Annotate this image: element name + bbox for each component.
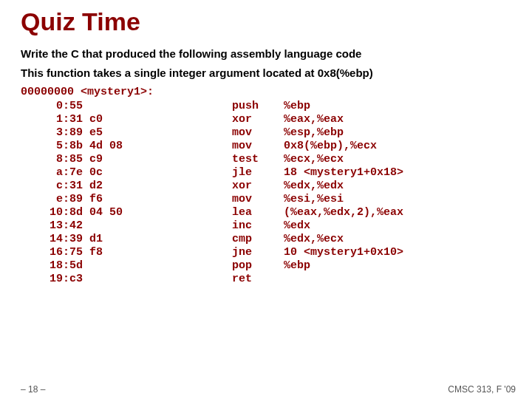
asm-mnemonic: push bbox=[232, 100, 284, 113]
asm-operands: %esi,%esi bbox=[284, 193, 403, 206]
asm-gap bbox=[151, 273, 232, 286]
asm-gap bbox=[151, 140, 232, 153]
asm-bytes: 89 f6 bbox=[69, 193, 151, 206]
asm-gap bbox=[151, 166, 232, 180]
asm-bytes: 8d 04 50 bbox=[69, 206, 151, 219]
asm-gap bbox=[151, 113, 232, 126]
asm-addr: e: bbox=[33, 193, 69, 206]
asm-operands: %esp,%ebp bbox=[284, 126, 403, 140]
asm-bytes: 89 e5 bbox=[69, 126, 151, 140]
asm-gap bbox=[151, 193, 232, 206]
asm-mnemonic: mov bbox=[232, 193, 284, 206]
asm-operands bbox=[284, 273, 403, 286]
asm-addr: 5: bbox=[33, 140, 69, 153]
asm-mnemonic: lea bbox=[232, 206, 284, 219]
asm-row: 1:31 c0xor%eax,%eax bbox=[33, 113, 403, 126]
asm-row: 8:85 c9test%ecx,%ecx bbox=[33, 153, 403, 166]
asm-mnemonic: jle bbox=[232, 166, 284, 180]
asm-addr: c: bbox=[33, 180, 69, 193]
intro-line-2: This function takes a single integer arg… bbox=[21, 66, 511, 81]
page-number: – 18 – bbox=[21, 384, 45, 395]
asm-mnemonic: jne bbox=[232, 246, 284, 259]
asm-addr: 19: bbox=[33, 273, 69, 286]
asm-operands: %ebp bbox=[284, 100, 403, 113]
asm-row: 5:8b 4d 08mov0x8(%ebp),%ecx bbox=[33, 140, 403, 153]
asm-addr: 16: bbox=[33, 246, 69, 259]
asm-mnemonic: pop bbox=[232, 259, 284, 273]
asm-addr: 10: bbox=[33, 206, 69, 219]
asm-gap bbox=[151, 259, 232, 273]
asm-bytes: 85 c9 bbox=[69, 153, 151, 166]
asm-bytes: c3 bbox=[69, 273, 151, 286]
asm-row: e:89 f6mov%esi,%esi bbox=[33, 193, 403, 206]
asm-row: 14:39 d1cmp%edx,%ecx bbox=[33, 233, 403, 246]
assembly-table: 0:55push%ebp1:31 c0xor%eax,%eax3:89 e5mo… bbox=[33, 100, 403, 286]
asm-row: 18:5dpop%ebp bbox=[33, 259, 403, 273]
asm-gap bbox=[151, 206, 232, 219]
asm-row: 3:89 e5mov%esp,%ebp bbox=[33, 126, 403, 140]
asm-mnemonic: mov bbox=[232, 126, 284, 140]
asm-mnemonic: cmp bbox=[232, 233, 284, 246]
asm-bytes: 7e 0c bbox=[69, 166, 151, 180]
asm-gap bbox=[151, 180, 232, 193]
asm-addr: 3: bbox=[33, 126, 69, 140]
asm-mnemonic: test bbox=[232, 153, 284, 166]
asm-operands: %edx,%ecx bbox=[284, 233, 403, 246]
asm-operands: %eax,%eax bbox=[284, 113, 403, 126]
asm-operands: %ecx,%ecx bbox=[284, 153, 403, 166]
asm-operands: (%eax,%edx,2),%eax bbox=[284, 206, 403, 219]
asm-operands: 10 <mystery1+0x10> bbox=[284, 246, 403, 259]
intro-line-1: Write the C that produced the following … bbox=[21, 47, 511, 61]
asm-gap bbox=[151, 246, 232, 259]
asm-row: 19:c3ret bbox=[33, 273, 403, 286]
asm-bytes: 31 c0 bbox=[69, 113, 151, 126]
asm-mnemonic: ret bbox=[232, 273, 284, 286]
asm-addr: 18: bbox=[33, 259, 69, 273]
asm-bytes: 75 f8 bbox=[69, 246, 151, 259]
asm-row: 10:8d 04 50lea(%eax,%edx,2),%eax bbox=[33, 206, 403, 219]
asm-bytes: 42 bbox=[69, 219, 151, 233]
asm-row: 0:55push%ebp bbox=[33, 100, 403, 113]
asm-row: 13:42inc%edx bbox=[33, 219, 403, 233]
asm-addr: 13: bbox=[33, 219, 69, 233]
asm-addr: 0: bbox=[33, 100, 69, 113]
asm-bytes: 55 bbox=[69, 100, 151, 113]
asm-operands: %edx bbox=[284, 219, 403, 233]
slide-title: Quiz Time bbox=[21, 7, 511, 36]
asm-bytes: 5d bbox=[69, 259, 151, 273]
asm-addr: 14: bbox=[33, 233, 69, 246]
asm-gap bbox=[151, 153, 232, 166]
asm-bytes: 39 d1 bbox=[69, 233, 151, 246]
asm-mnemonic: xor bbox=[232, 113, 284, 126]
asm-operands: %ebp bbox=[284, 259, 403, 273]
asm-row: 16:75 f8jne10 <mystery1+0x10> bbox=[33, 246, 403, 259]
asm-gap bbox=[151, 126, 232, 140]
asm-row: c:31 d2xor%edx,%edx bbox=[33, 180, 403, 193]
asm-gap bbox=[151, 100, 232, 113]
asm-addr: a: bbox=[33, 166, 69, 180]
asm-addr: 1: bbox=[33, 113, 69, 126]
asm-mnemonic: inc bbox=[232, 219, 284, 233]
asm-bytes: 8b 4d 08 bbox=[69, 140, 151, 153]
asm-mnemonic: mov bbox=[232, 140, 284, 153]
asm-gap bbox=[151, 219, 232, 233]
asm-operands: %edx,%edx bbox=[284, 180, 403, 193]
asm-gap bbox=[151, 233, 232, 246]
asm-operands: 0x8(%ebp),%ecx bbox=[284, 140, 403, 153]
course-id: CMSC 313, F '09 bbox=[448, 384, 516, 395]
asm-row: a:7e 0cjle18 <mystery1+0x18> bbox=[33, 166, 403, 180]
symbol-header: 00000000 <mystery1>: bbox=[21, 86, 511, 98]
asm-operands: 18 <mystery1+0x18> bbox=[284, 166, 403, 180]
asm-addr: 8: bbox=[33, 153, 69, 166]
asm-mnemonic: xor bbox=[232, 180, 284, 193]
asm-bytes: 31 d2 bbox=[69, 180, 151, 193]
